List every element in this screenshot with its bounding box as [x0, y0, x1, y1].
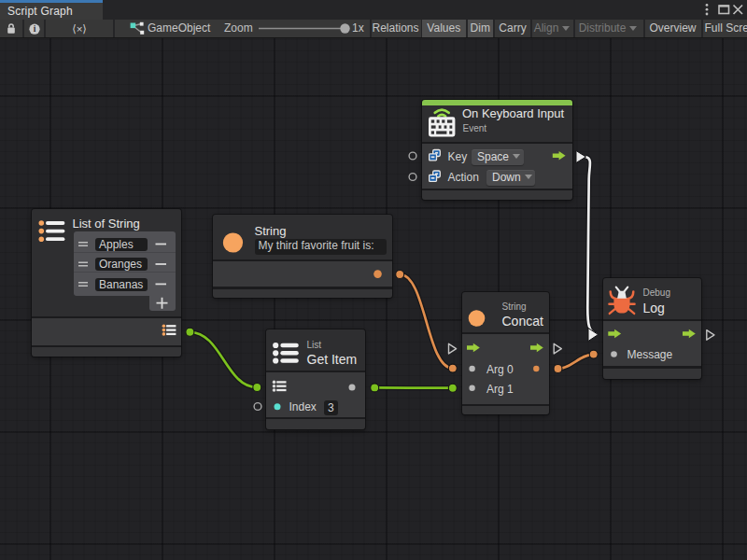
svg-text:i: i [34, 24, 36, 34]
svg-text:⟨×⟩: ⟨×⟩ [72, 23, 87, 35]
